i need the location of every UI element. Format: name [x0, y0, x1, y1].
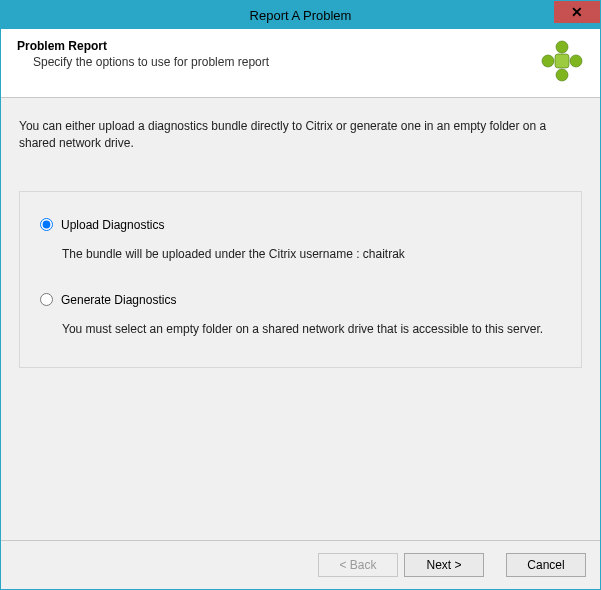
close-icon: ✕: [571, 4, 583, 20]
dialog-window: Report A Problem ✕ Problem Report Specif…: [0, 0, 601, 590]
option-upload-description: The bundle will be uploaded under the Ci…: [62, 246, 561, 263]
button-gap: [490, 553, 500, 577]
option-generate-label: Generate Diagnostics: [61, 293, 176, 307]
header-text-block: Problem Report Specify the options to us…: [17, 39, 540, 69]
intro-text: You can either upload a diagnostics bund…: [19, 118, 582, 153]
header-title: Problem Report: [17, 39, 540, 53]
option-upload-label: Upload Diagnostics: [61, 218, 164, 232]
svg-point-1: [542, 55, 554, 67]
radio-generate[interactable]: [40, 293, 53, 306]
svg-rect-4: [555, 54, 569, 68]
options-group: Upload Diagnostics The bundle will be up…: [19, 191, 582, 369]
svg-point-0: [556, 41, 568, 53]
option-generate-description: You must select an empty folder on a sha…: [62, 321, 561, 338]
header-subtitle: Specify the options to use for problem r…: [33, 55, 540, 69]
option-generate-row[interactable]: Generate Diagnostics: [40, 293, 561, 307]
window-title: Report A Problem: [250, 8, 352, 23]
close-button[interactable]: ✕: [554, 1, 600, 23]
svg-point-2: [570, 55, 582, 67]
next-button[interactable]: Next >: [404, 553, 484, 577]
cancel-button[interactable]: Cancel: [506, 553, 586, 577]
footer-buttons: < Back Next > Cancel: [1, 540, 600, 589]
content-area: You can either upload a diagnostics bund…: [1, 98, 600, 540]
option-upload-row[interactable]: Upload Diagnostics: [40, 218, 561, 232]
option-generate: Generate Diagnostics You must select an …: [40, 293, 561, 338]
svg-point-3: [556, 69, 568, 81]
brand-icon: [540, 39, 584, 83]
back-button[interactable]: < Back: [318, 553, 398, 577]
radio-upload[interactable]: [40, 218, 53, 231]
header-panel: Problem Report Specify the options to us…: [1, 29, 600, 98]
titlebar: Report A Problem ✕: [1, 1, 600, 29]
option-upload: Upload Diagnostics The bundle will be up…: [40, 218, 561, 263]
